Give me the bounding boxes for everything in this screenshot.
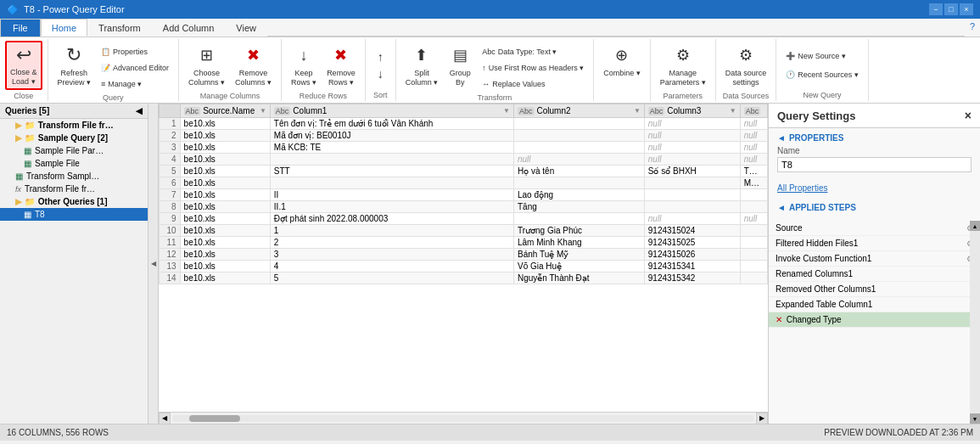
- combine-button[interactable]: ⊕ Combine ▾: [599, 41, 645, 90]
- manage-button[interactable]: ≡ Manage ▾: [97, 76, 173, 92]
- steps-scroll-up[interactable]: ▲: [970, 221, 980, 231]
- maximize-button[interactable]: □: [944, 3, 958, 15]
- split-column-label: SplitColumn ▾: [406, 69, 439, 87]
- close-button[interactable]: ×: [960, 3, 973, 15]
- folder-icon: ▶ 📁: [15, 121, 35, 130]
- split-column-button[interactable]: ⬆ SplitColumn ▾: [401, 41, 443, 90]
- data-cell: null: [644, 142, 740, 154]
- properties-button[interactable]: 📋 Properties: [97, 44, 173, 59]
- col-header-col5[interactable]: Abc: [740, 104, 767, 118]
- help-button[interactable]: ?: [965, 19, 980, 37]
- reduce-rows-label: Reduce Rows: [300, 92, 347, 100]
- scroll-left-button[interactable]: ◀: [159, 413, 171, 424]
- data-type-button[interactable]: Abc Data Type: Text ▾: [478, 44, 588, 59]
- scroll-track[interactable]: [172, 415, 754, 422]
- sort-asc-button[interactable]: ↑: [373, 49, 388, 65]
- sort-desc-button[interactable]: ↓: [373, 66, 388, 81]
- title-bar-controls[interactable]: − □ ×: [929, 3, 973, 15]
- col2-label: Column2: [537, 106, 571, 115]
- row-num-cell: 7: [160, 189, 181, 201]
- step-invoke-custom[interactable]: Invoke Custom Function1 ⚙: [769, 251, 980, 267]
- grid-container[interactable]: Abc Source.Name ▼ Abc Column1 ▼: [159, 104, 768, 412]
- data-cell: Tên đơn vị: Trẻ em dưới 6 tuổi Vân Khánh: [270, 118, 513, 130]
- data-cell: Mã đơn vị: BE0010J: [270, 130, 513, 142]
- data-cell: Họ và tên: [513, 166, 644, 177]
- minimize-button[interactable]: −: [929, 3, 943, 15]
- query-settings-panel: Query Settings × ◄ PROPERTIES Name All P…: [768, 104, 980, 424]
- data-cell: Số sổ BHXH: [644, 166, 740, 177]
- tab-transform[interactable]: Transform: [87, 19, 152, 37]
- col2-filter[interactable]: ▼: [634, 107, 641, 115]
- steps-scroll-down[interactable]: ▼: [970, 413, 980, 424]
- col-header-column2[interactable]: Abc Column2 ▼: [513, 104, 644, 118]
- data-cell: 2: [270, 237, 513, 249]
- steps-scrollbar[interactable]: ▲ ▼: [970, 221, 980, 424]
- data-cell: be10.xls: [180, 118, 270, 130]
- ribbon-group-data-sources: ⚙ Data sourcesettings Data Sources: [716, 39, 777, 101]
- choose-columns-button[interactable]: ⊞ ChooseColumns ▾: [184, 41, 229, 90]
- col3-type: Abc: [648, 107, 665, 115]
- sidebar-collapse-icon[interactable]: ◀: [136, 106, 143, 115]
- data-source-settings-label: Data sourcesettings: [725, 69, 767, 87]
- horizontal-scrollbar[interactable]: ◀ ▶: [159, 412, 768, 424]
- all-properties-link[interactable]: All Properties: [777, 183, 827, 193]
- sidebar: Queries [5] ◀ ▶ 📁 Transform File fr… ▶ 📁…: [0, 104, 148, 424]
- sidebar-item-other-queries[interactable]: ▶ 📁 Other Queries [1]: [0, 195, 148, 208]
- refresh-preview-button[interactable]: ↻ RefreshPreview ▾: [53, 41, 96, 90]
- use-first-row-button[interactable]: ↑ Use First Row as Headers ▾: [478, 60, 588, 76]
- sidebar-item-t8[interactable]: ▦ T8: [0, 208, 148, 221]
- ribbon-group-transform: ⬆ SplitColumn ▾ ▤ GroupBy Abc Data Type:…: [396, 39, 595, 101]
- use-first-row-icon: ↑: [482, 64, 486, 72]
- col1-filter[interactable]: ▼: [503, 107, 510, 115]
- scroll-right-button[interactable]: ▶: [756, 413, 768, 424]
- new-source-icon: ➕: [786, 52, 795, 60]
- query-settings-close-icon[interactable]: ×: [965, 109, 972, 122]
- choose-columns-icon: ⊞: [195, 43, 219, 67]
- source-name-filter[interactable]: ▼: [260, 107, 266, 115]
- scroll-thumb[interactable]: [189, 415, 240, 422]
- tab-file[interactable]: File: [0, 19, 41, 37]
- data-cell: [740, 201, 767, 213]
- sidebar-item-transform-file[interactable]: ▶ 📁 Transform File fr…: [0, 119, 148, 132]
- group-by-button[interactable]: ▤ GroupBy: [444, 41, 476, 90]
- step-removed-other[interactable]: Removed Other Columns1: [769, 282, 980, 297]
- data-source-settings-button[interactable]: ⚙ Data sourcesettings: [721, 41, 771, 90]
- close-load-button[interactable]: ↩ Close &Load ▾: [5, 41, 42, 90]
- step-expanded-table[interactable]: Expanded Table Column1: [769, 297, 980, 312]
- replace-values-button[interactable]: ↔ Replace Values: [478, 76, 588, 92]
- step-source[interactable]: Source ⚙: [769, 221, 980, 236]
- tab-view[interactable]: View: [225, 19, 267, 37]
- group-by-label: GroupBy: [450, 69, 471, 87]
- sidebar-item-sample-file-par[interactable]: ▦ Sample File Par…: [0, 144, 148, 157]
- col-header-source-name[interactable]: Abc Source.Name ▼: [180, 104, 270, 118]
- step-x-icon[interactable]: ✕: [776, 315, 782, 324]
- step-changed-type[interactable]: ✕ Changed Type: [769, 312, 980, 328]
- sidebar-item-sample-query[interactable]: ▶ 📁 Sample Query [2]: [0, 132, 148, 144]
- data-cell: be10.xls: [180, 189, 270, 201]
- keep-rows-button[interactable]: ↓ KeepRows ▾: [287, 41, 321, 90]
- properties-section: ◄ PROPERTIES Name All Properties: [769, 128, 980, 198]
- data-cell: Đợt phát sinh 2022.08.000003: [270, 213, 513, 225]
- col-header-column1[interactable]: Abc Column1 ▼: [270, 104, 513, 118]
- col3-filter[interactable]: ▼: [730, 107, 736, 115]
- sidebar-collapse-button[interactable]: ◀: [148, 104, 159, 424]
- recent-sources-button[interactable]: 🕐 Recent Sources ▾: [781, 67, 863, 82]
- close-load-label: Close &Load ▾: [10, 68, 37, 87]
- step-renamed-columns[interactable]: Renamed Columns1: [769, 267, 980, 282]
- manage-parameters-icon: ⚙: [671, 43, 695, 67]
- step-filtered-hidden[interactable]: Filtered Hidden Files1 ⚙: [769, 236, 980, 251]
- tab-add-column[interactable]: Add Column: [152, 19, 226, 37]
- sidebar-item-transform-sample[interactable]: ▦ Transform Sampl…: [0, 170, 148, 183]
- remove-rows-button[interactable]: ✖ RemoveRows ▾: [322, 41, 360, 90]
- data-cell: [644, 201, 740, 213]
- manage-parameters-button[interactable]: ⚙ ManageParameters ▾: [656, 41, 710, 90]
- tab-home[interactable]: Home: [41, 19, 87, 37]
- sidebar-item-sample-file[interactable]: ▦ Sample File: [0, 157, 148, 170]
- refresh-icon: ↻: [62, 43, 86, 67]
- advanced-editor-button[interactable]: 📝 Advanced Editor: [97, 60, 173, 76]
- sidebar-item-transform-file2[interactable]: fx Transform File fr…: [0, 183, 148, 195]
- new-source-button[interactable]: ➕ New Source ▾: [781, 48, 850, 64]
- col-header-column3[interactable]: Abc Column3 ▼: [644, 104, 740, 118]
- remove-columns-button[interactable]: ✖ RemoveColumns ▾: [231, 41, 276, 90]
- query-name-input[interactable]: [777, 157, 972, 172]
